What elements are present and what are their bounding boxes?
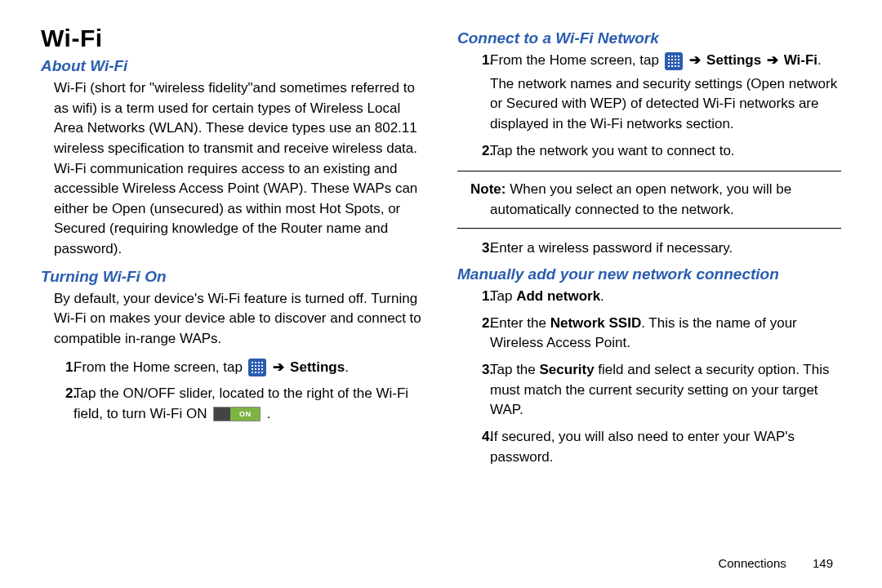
text-fragment: Tap the	[490, 362, 540, 377]
footer-page-number: 149	[813, 556, 833, 570]
add-network-label: Add network	[516, 288, 600, 304]
network-ssid-label: Network SSID	[550, 315, 641, 331]
right-column: Connect to a Wi-Fi Network 1. From the H…	[457, 24, 841, 474]
connect-wifi-steps: 1. From the Home screen, tap ➔ Settings …	[457, 51, 841, 161]
on-label: ON	[230, 408, 260, 421]
note-text: When you select an open network, you wil…	[506, 181, 791, 197]
settings-label: Settings	[290, 359, 345, 375]
list-item: 1. From the Home screen, tap ➔ Settings.	[41, 358, 425, 378]
list-item: 4. If secured, you will also need to ent…	[457, 427, 841, 467]
arrow-icon: ➔	[767, 52, 778, 68]
list-item: 2. Tap the ON/OFF slider, located to the…	[41, 384, 425, 424]
step-number: 2.	[457, 314, 490, 354]
on-toggle-icon: ON	[213, 407, 261, 421]
page-title: Wi-Fi	[41, 24, 425, 52]
wifi-label: Wi-Fi	[784, 52, 817, 68]
step-text: Tap the Security field and select a secu…	[490, 360, 841, 421]
list-item: 1. Tap Add network.	[457, 287, 841, 307]
arrow-icon: ➔	[273, 359, 284, 375]
note-text: automatically connected to the network.	[490, 200, 841, 220]
step-number: 3.	[457, 238, 490, 259]
manual-add-heading: Manually add your new network connection	[457, 265, 841, 283]
step-text: Enter a wireless password if necessary.	[490, 238, 841, 259]
list-item: 2. Enter the Network SSID. This is the n…	[457, 314, 841, 354]
step-number: 2.	[457, 141, 490, 162]
step-number: 4.	[457, 427, 490, 467]
connect-wifi-heading: Connect to a Wi-Fi Network	[457, 29, 841, 47]
list-item: 3. Tap the Security field and select a s…	[457, 360, 841, 421]
apps-grid-icon	[248, 359, 266, 376]
security-label: Security	[540, 362, 595, 377]
step-number: 2.	[41, 384, 74, 424]
step-text: From the Home screen, tap ➔ Settings.	[74, 358, 425, 378]
about-wifi-heading: About Wi-Fi	[41, 57, 425, 75]
step-text: Tap the network you want to connect to.	[490, 141, 841, 162]
step-text: Tap Add network.	[490, 287, 841, 307]
list-item: 3. Enter a wireless password if necessar…	[457, 238, 841, 259]
text-fragment: Enter the	[490, 315, 550, 331]
apps-grid-icon	[665, 52, 683, 70]
step-text: Tap the ON/OFF slider, located to the ri…	[74, 384, 425, 424]
settings-label: Settings	[706, 52, 765, 68]
step-number: 1.	[457, 287, 490, 307]
step-number: 3.	[457, 360, 490, 421]
connect-wifi-steps-cont: 3. Enter a wireless password if necessar…	[457, 238, 841, 259]
step-number: 1.	[41, 358, 74, 378]
text-fragment: Tap	[490, 288, 516, 304]
turning-wifi-body: By default, your device's Wi-Fi feature …	[54, 289, 425, 350]
note-block: Note: When you select an open network, y…	[457, 171, 841, 229]
step-text: From the Home screen, tap ➔ Settings ➔ W…	[490, 51, 841, 135]
about-wifi-body: Wi-Fi (short for "wireless fidelity"and …	[54, 78, 425, 260]
manual-add-steps: 1. Tap Add network. 2. Enter the Network…	[457, 287, 841, 467]
turning-wifi-heading: Turning Wi-Fi On	[41, 268, 425, 286]
list-item: 1. From the Home screen, tap ➔ Settings …	[457, 51, 841, 135]
text-fragment: From the Home screen, tap	[490, 52, 663, 68]
list-item: 2. Tap the network you want to connect t…	[457, 141, 841, 162]
page-footer: Connections 149	[718, 556, 833, 570]
step-number: 1.	[457, 51, 490, 135]
step-text: If secured, you will also need to enter …	[490, 427, 841, 467]
note-label: Note:	[470, 181, 506, 197]
footer-section: Connections	[718, 556, 786, 570]
step-text: Enter the Network SSID. This is the name…	[490, 314, 841, 354]
text-fragment: From the Home screen, tap	[74, 359, 247, 375]
arrow-icon: ➔	[689, 52, 701, 68]
step-body: The network names and security settings …	[490, 74, 841, 135]
turning-wifi-steps: 1. From the Home screen, tap ➔ Settings.…	[41, 358, 425, 425]
left-column: Wi-Fi About Wi-Fi Wi-Fi (short for "wire…	[41, 24, 425, 474]
